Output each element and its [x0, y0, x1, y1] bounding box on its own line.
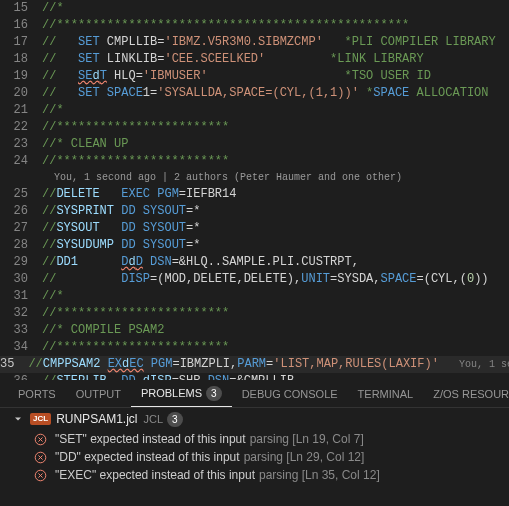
line-number: 31: [0, 288, 42, 305]
problem-source: parsing [Ln 19, Col 7]: [250, 432, 364, 446]
code-line[interactable]: 24//************************: [0, 153, 509, 170]
code-line[interactable]: 25//DELETE EXEC PGM=IEFBR14: [0, 186, 509, 203]
panel-tab-debug-console[interactable]: DEBUG CONSOLE: [232, 380, 348, 407]
code-line[interactable]: 26//SYSPRINT DD SYSOUT=*: [0, 203, 509, 220]
panel-tab-problems[interactable]: PROBLEMS3: [131, 380, 232, 407]
error-icon: [34, 469, 47, 482]
line-code[interactable]: // SET LINKLIB='CEE.SCEELKED' *LINK LIBR…: [42, 51, 509, 68]
line-number: 30: [0, 271, 42, 288]
tab-label: OUTPUT: [76, 388, 121, 400]
problem-message: "EXEC" expected instead of this input: [55, 468, 255, 482]
line-code[interactable]: //************************: [42, 119, 509, 136]
line-code[interactable]: //SYSUDUMP DD SYSOUT=*: [42, 237, 509, 254]
problems-file-name: RUNPSAM1.jcl: [56, 412, 137, 426]
line-code[interactable]: //STEPLIB DD dISP=SHR,DSN=&CMPLLIB: [42, 373, 509, 380]
code-line[interactable]: 34//************************: [0, 339, 509, 356]
line-number: 16: [0, 17, 42, 34]
code-line[interactable]: 35//CMPPSAM2 EXdEC PGM=IBMZPLI,PARM='LIS…: [0, 356, 509, 373]
code-line[interactable]: 30// DISP=(MOD,DELETE,DELETE),UNIT=SYSDA…: [0, 271, 509, 288]
panel-tabs: PORTSOUTPUTPROBLEMS3DEBUG CONSOLETERMINA…: [0, 380, 509, 408]
line-code[interactable]: //* COMPILE PSAM2: [42, 322, 509, 339]
problems-file-row[interactable]: JCL RUNPSAM1.jcl JCL 3: [0, 408, 509, 430]
line-code[interactable]: //*: [42, 0, 509, 17]
problem-item[interactable]: "EXEC" expected instead of this input pa…: [0, 466, 509, 484]
line-number: 18: [0, 51, 42, 68]
problem-source: parsing [Ln 35, Col 12]: [259, 468, 380, 482]
line-number: 19: [0, 68, 42, 85]
line-number: 21: [0, 102, 42, 119]
line-number: 24: [0, 153, 42, 170]
line-number: 20: [0, 85, 42, 102]
problem-source: parsing [Ln 29, Col 12]: [244, 450, 365, 464]
code-line[interactable]: 15//*: [0, 0, 509, 17]
line-number: 29: [0, 254, 42, 271]
code-line[interactable]: 22//************************: [0, 119, 509, 136]
code-line[interactable]: 16//************************************…: [0, 17, 509, 34]
line-number: 33: [0, 322, 42, 339]
code-line[interactable]: 23//* CLEAN UP: [0, 136, 509, 153]
error-icon: [34, 433, 47, 446]
line-number: 15: [0, 0, 42, 17]
line-code[interactable]: //CMPPSAM2 EXdEC PGM=IBMZPLI,PARM='LIST,…: [28, 356, 509, 373]
line-code[interactable]: //************************: [42, 339, 509, 356]
code-line[interactable]: 28//SYSUDUMP DD SYSOUT=*: [0, 237, 509, 254]
tab-label: PROBLEMS: [141, 387, 202, 399]
line-number: 23: [0, 136, 42, 153]
panel-tab-output[interactable]: OUTPUT: [66, 380, 131, 407]
editor-area[interactable]: 15//*16//*******************************…: [0, 0, 509, 380]
code-line[interactable]: 29//DD1 DdD DSN=&HLQ..SAMPLE.PLI.CUSTRPT…: [0, 254, 509, 271]
problems-file-ext: JCL: [143, 413, 163, 425]
line-number: 28: [0, 237, 42, 254]
line-code[interactable]: //SYSOUT DD SYSOUT=*: [42, 220, 509, 237]
line-number: 35: [0, 356, 28, 373]
line-code[interactable]: //************************: [42, 153, 509, 170]
tab-badge: 3: [206, 386, 222, 401]
panel-tab-terminal[interactable]: TERMINAL: [348, 380, 424, 407]
code-line[interactable]: 27//SYSOUT DD SYSOUT=*: [0, 220, 509, 237]
line-number: 26: [0, 203, 42, 220]
problems-file-count: 3: [167, 412, 183, 427]
problem-message: "SET" expected instead of this input: [55, 432, 246, 446]
line-code[interactable]: // SET CMPLLIB='IBMZ.V5R3M0.SIBMZCMP' *P…: [42, 34, 509, 51]
line-code[interactable]: //* CLEAN UP: [42, 136, 509, 153]
code-line[interactable]: 17// SET CMPLLIB='IBMZ.V5R3M0.SIBMZCMP' …: [0, 34, 509, 51]
line-code[interactable]: //DELETE EXEC PGM=IEFBR14: [42, 186, 509, 203]
chevron-down-icon[interactable]: [12, 413, 24, 425]
line-number: 17: [0, 34, 42, 51]
line-code[interactable]: //**************************************…: [42, 17, 509, 34]
problem-item[interactable]: "DD" expected instead of this input pars…: [0, 448, 509, 466]
line-number: 22: [0, 119, 42, 136]
line-code[interactable]: //*: [42, 102, 509, 119]
code-line[interactable]: 32//************************: [0, 305, 509, 322]
line-number: 34: [0, 339, 42, 356]
code-line[interactable]: 33//* COMPILE PSAM2: [0, 322, 509, 339]
line-code[interactable]: // DISP=(MOD,DELETE,DELETE),UNIT=SYSDA,S…: [42, 271, 509, 288]
tab-label: Z/OS RESOURCES TABLE: [433, 388, 509, 400]
line-number: 32: [0, 305, 42, 322]
panel-tab-ports[interactable]: PORTS: [8, 380, 66, 407]
line-code[interactable]: //DD1 DdD DSN=&HLQ..SAMPLE.PLI.CUSTRPT,: [42, 254, 509, 271]
error-icon: [34, 451, 47, 464]
file-type-badge: JCL: [30, 413, 51, 425]
line-code[interactable]: // SET SPACE1='SYSALLDA,SPACE=(CYL,(1,1)…: [42, 85, 509, 102]
problem-item[interactable]: "SET" expected instead of this input par…: [0, 430, 509, 448]
code-line[interactable]: 20// SET SPACE1='SYSALLDA,SPACE=(CYL,(1,…: [0, 85, 509, 102]
code-line[interactable]: 19// SEdT HLQ='IBMUSER' *TSO USER ID: [0, 68, 509, 85]
line-code[interactable]: //*: [42, 288, 509, 305]
line-number: 36: [0, 373, 42, 380]
code-line[interactable]: 36//STEPLIB DD dISP=SHR,DSN=&CMPLLIB: [0, 373, 509, 380]
inline-blame: You, 1 second: [459, 359, 509, 370]
tab-label: TERMINAL: [358, 388, 414, 400]
code-line[interactable]: 31//*: [0, 288, 509, 305]
line-number: 25: [0, 186, 42, 203]
tab-label: DEBUG CONSOLE: [242, 388, 338, 400]
panel-tab-z-os-resources-table[interactable]: Z/OS RESOURCES TABLE: [423, 380, 509, 407]
line-number: 27: [0, 220, 42, 237]
line-code[interactable]: //************************: [42, 305, 509, 322]
code-line[interactable]: 18// SET LINKLIB='CEE.SCEELKED' *LINK LI…: [0, 51, 509, 68]
problem-message: "DD" expected instead of this input: [55, 450, 240, 464]
code-line[interactable]: 21//*: [0, 102, 509, 119]
line-code[interactable]: //SYSPRINT DD SYSOUT=*: [42, 203, 509, 220]
line-code[interactable]: // SEdT HLQ='IBMUSER' *TSO USER ID: [42, 68, 509, 85]
code-lens[interactable]: You, 1 second ago | 2 authors (Peter Hau…: [0, 170, 509, 186]
